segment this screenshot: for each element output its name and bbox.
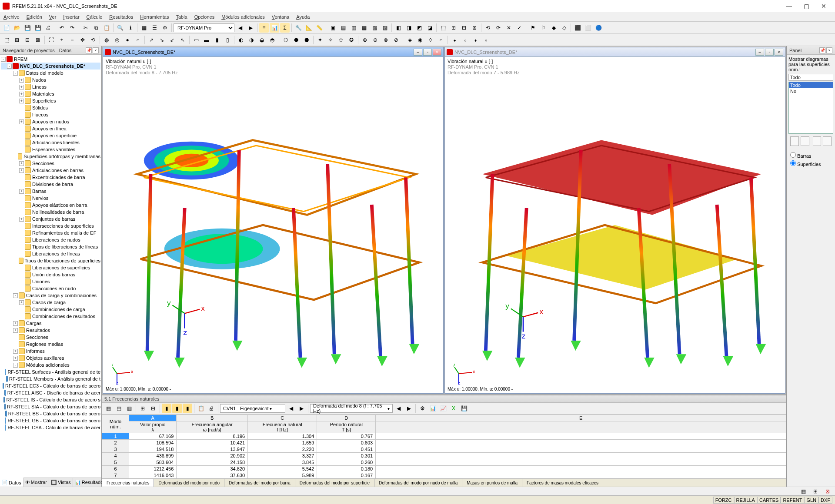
tree-node[interactable]: -Datos del modelo (1, 70, 100, 76)
open-icon[interactable]: 📂 (12, 23, 22, 33)
view-left-canvas[interactable]: Vibración natural u [-] RF-DYNAM Pro, CV… (103, 57, 443, 393)
tree-node[interactable]: RF-STEEL CSA - Cálculo de barras de acer (1, 424, 100, 431)
t2-j[interactable]: ▬ (202, 35, 211, 45)
panel-close-icon[interactable]: × (93, 47, 99, 53)
res-tb-8[interactable]: ▮ (183, 404, 192, 413)
tree-node[interactable]: +Superficies (1, 97, 100, 104)
tree-node[interactable]: Combinaciones de carga (1, 306, 100, 313)
tree-node[interactable]: +Apoyos en nudos (1, 118, 100, 125)
tb-o[interactable]: ⟲ (483, 23, 493, 33)
panel-btn-3[interactable] (813, 136, 822, 146)
tree-node[interactable]: Superficies ortótropas y membranas (1, 153, 100, 160)
tree-node[interactable]: Intersecciones de superficies (1, 222, 100, 229)
tree-node[interactable]: Tipos de liberaciones de líneas (1, 243, 100, 250)
results-icon[interactable]: 📊 (270, 23, 279, 33)
tree-node[interactable]: +Articulaciones en barras (1, 167, 100, 174)
tree-node[interactable]: RF-STEEL SIA - Cálculo de barras de acer… (1, 403, 100, 410)
panel-filter-list[interactable]: TodoNo (788, 82, 833, 134)
redo-icon[interactable]: ↷ (67, 23, 77, 33)
project-tree[interactable]: -RFEM-NVC_DLC_Screenshots_DE*-Datos del … (0, 55, 101, 477)
maximize-button[interactable]: ▢ (798, 0, 815, 12)
tb-c[interactable]: ▥ (349, 23, 358, 33)
tb-a[interactable]: ▣ (328, 23, 337, 33)
tb-r[interactable]: ✓ (514, 23, 524, 33)
status-cell-rejilla[interactable]: REJILLA (734, 497, 757, 504)
tool2-icon[interactable]: 📐 (304, 23, 314, 33)
panel-filter-input[interactable] (788, 74, 833, 81)
tree-node[interactable]: +Nudos (1, 76, 100, 83)
t2-o[interactable]: ◒ (257, 35, 267, 45)
tb-y[interactable]: 🔵 (594, 23, 603, 33)
zoom-in-icon[interactable]: + (57, 35, 67, 45)
t2-y[interactable]: ⊖ (371, 35, 380, 45)
t2-i[interactable]: ▭ (191, 35, 201, 45)
tree-node[interactable]: Combinaciones de resultados (1, 313, 100, 320)
tree-node[interactable]: Unión de dos barras (1, 271, 100, 278)
t2-n[interactable]: ◑ (247, 35, 256, 45)
res-tb-3[interactable]: ▥ (124, 404, 134, 413)
panel-list-item[interactable]: No (789, 88, 833, 94)
next-icon[interactable]: ▶ (246, 23, 255, 33)
tree-node[interactable]: +Informes (1, 348, 100, 355)
status-icon-1[interactable]: ▦ (798, 487, 808, 496)
tb-k[interactable]: ⬚ (438, 23, 448, 33)
res-tb-7[interactable]: ▮ (172, 404, 182, 413)
t2-u[interactable]: ✧ (326, 35, 335, 45)
rotate-icon[interactable]: ⟲ (88, 35, 98, 45)
results-tab[interactable]: Factores de masas modales eficaces (522, 479, 603, 487)
tb-j[interactable]: ◪ (425, 23, 434, 33)
tb-g[interactable]: ◧ (394, 23, 403, 33)
tb-t[interactable]: ⚐ (538, 23, 548, 33)
results-tab[interactable]: Frecuencias naturales (102, 479, 154, 487)
tool3-icon[interactable]: 📏 (314, 23, 324, 33)
tree-node[interactable]: RF-STEEL Surfaces - Análisis general de … (1, 368, 100, 375)
results-tab[interactable]: Deformadas del modo por superficie (295, 479, 374, 487)
status-cell-forzc[interactable]: FORZC (713, 497, 734, 504)
menu-edición[interactable]: Edición (23, 13, 46, 20)
close-button[interactable]: ✕ (815, 0, 832, 12)
res-tb-13[interactable]: 📈 (438, 404, 448, 413)
results-case-combo[interactable]: CVN1 - Eigengewicht ▾ (220, 404, 285, 413)
menu-archivo[interactable]: Archivo (0, 13, 23, 20)
view-yz-icon[interactable]: ⊠ (33, 35, 43, 45)
menu-insertar[interactable]: Insertar (60, 13, 83, 20)
tb-f[interactable]: ▨ (380, 23, 390, 33)
t2-r[interactable]: ⬢ (291, 35, 301, 45)
view-right-header[interactable]: NVC_DLC_Screenshots_DE* – ▫ × (445, 47, 785, 57)
navigator-tab-vistas[interactable]: 🔲Vistas (49, 478, 73, 487)
tb-q[interactable]: ✕ (504, 23, 514, 33)
zoom-out-icon[interactable]: − (67, 35, 77, 45)
tb-d[interactable]: ▦ (359, 23, 369, 33)
res-prev-icon[interactable]: ◀ (286, 404, 296, 413)
tree-node[interactable]: Regiones medias (1, 341, 100, 348)
table-icon[interactable]: ▦ (139, 23, 149, 33)
status-cell-refent[interactable]: REFENT (781, 497, 804, 504)
t2-z8[interactable]: ⬧ (471, 35, 480, 45)
menu-módulos-adicionales[interactable]: Módulos adicionales (218, 13, 268, 20)
prev-icon[interactable]: ◀ (235, 23, 245, 33)
t2-z7[interactable]: ⬦ (460, 35, 470, 45)
res-tb-14[interactable]: 💾 (459, 404, 469, 413)
t2-f[interactable]: ↘ (157, 35, 167, 45)
res-tb-5[interactable]: ⊟ (148, 404, 158, 413)
sum-icon[interactable]: Σ (280, 23, 290, 33)
results-tab[interactable]: Deformadas del modo por nudo de malla (374, 479, 462, 487)
t2-p[interactable]: ◓ (267, 35, 277, 45)
t2-c[interactable]: ● (123, 35, 132, 45)
tree-node[interactable]: +Materiales (1, 90, 100, 97)
tb-x[interactable]: ⬜ (583, 23, 593, 33)
tree-node[interactable]: Apoyos en línea (1, 125, 100, 132)
menu-ayuda[interactable]: Ayuda (293, 13, 313, 20)
tree-node[interactable]: Liberaciones de líneas (1, 250, 100, 257)
tree-node[interactable]: Secciones (1, 334, 100, 341)
res-tb-10[interactable]: 🖨 (207, 404, 216, 413)
t2-v[interactable]: ✩ (336, 35, 346, 45)
print-icon[interactable]: 🖨 (43, 23, 53, 33)
tb-v[interactable]: ◇ (559, 23, 569, 33)
menu-herramientas[interactable]: Herramientas (137, 13, 172, 20)
results-mode-combo[interactable]: Deformada del modo 8 (f : 7.705 Hz) ▾ (310, 404, 393, 413)
paste-icon[interactable]: 📋 (102, 23, 111, 33)
tree-node[interactable]: +Cargas (1, 320, 100, 327)
panel-btn-2[interactable] (801, 136, 809, 146)
tree-node[interactable]: +Objetos auxiliares (1, 355, 100, 361)
